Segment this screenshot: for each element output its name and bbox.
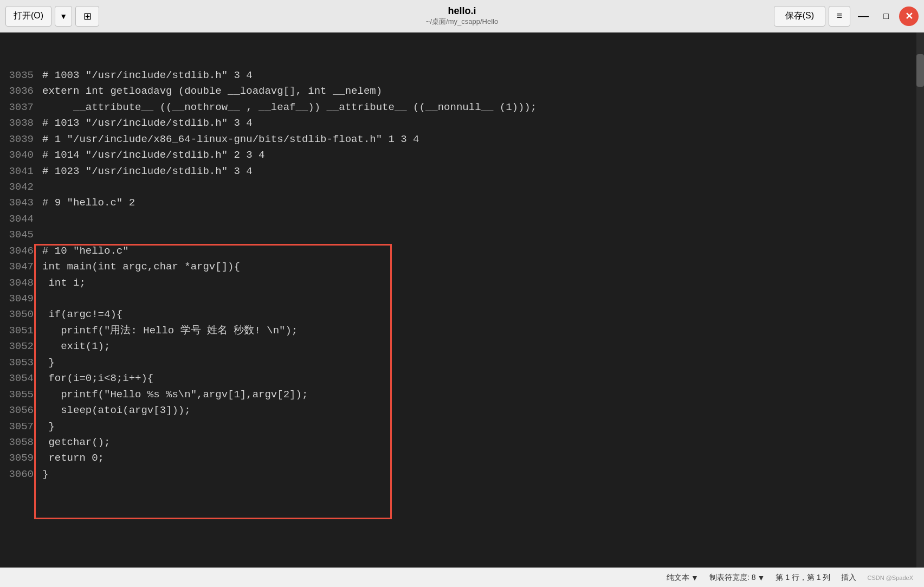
table-row: 3040# 1014 "/usr/include/stdlib.h" 2 3 4 xyxy=(0,147,924,163)
minimize-icon: — xyxy=(858,10,869,22)
line-number: 3056 xyxy=(5,403,34,418)
titlebar: 打开(O) ▼ ⊞ hello.i ~/桌面/my_csapp/Hello 保存… xyxy=(0,0,924,33)
position-indicator: 第 1 行，第 1 列 xyxy=(776,573,830,583)
table-row: 3060} xyxy=(0,467,924,482)
line-code: int i; xyxy=(42,275,86,291)
maximize-button[interactable]: □ xyxy=(876,6,896,27)
line-number: 3050 xyxy=(5,307,34,322)
line-number: 3041 xyxy=(5,164,34,179)
line-number: 3042 xyxy=(5,179,34,195)
open-button[interactable]: 打开(O) xyxy=(5,6,51,27)
line-number: 3039 xyxy=(5,132,34,147)
table-row: 3042 xyxy=(0,179,924,195)
tab-width-arrow: ▼ xyxy=(757,573,765,582)
line-code: # 1023 "/usr/include/stdlib.h" 3 4 xyxy=(42,164,253,179)
line-number: 3057 xyxy=(5,419,34,435)
line-number: 3045 xyxy=(5,227,34,243)
line-code: # 10 "hello.c" xyxy=(42,243,129,259)
table-row: 3052 exit(1); xyxy=(0,339,924,354)
table-row: 3038# 1013 "/usr/include/stdlib.h" 3 4 xyxy=(0,115,924,131)
table-row: 3055 printf("Hello %s %s\n",argv[1],argv… xyxy=(0,387,924,403)
line-number: 3053 xyxy=(5,355,34,371)
mode-indicator: 插入 xyxy=(841,573,856,583)
table-row: 3041# 1023 "/usr/include/stdlib.h" 3 4 xyxy=(0,164,924,179)
line-number: 3040 xyxy=(5,147,34,163)
table-row: 3059 return 0; xyxy=(0,450,924,466)
table-row: 3053 } xyxy=(0,355,924,371)
titlebar-left: 打开(O) ▼ ⊞ xyxy=(5,6,99,27)
table-row: 3048 int i; xyxy=(0,275,924,291)
line-code: printf("用法: Hello 学号 姓名 秒数! \n"); xyxy=(42,323,298,339)
table-row: 3039# 1 "/usr/include/x86_64-linux-gnu/b… xyxy=(0,132,924,147)
line-number: 3043 xyxy=(5,195,34,211)
line-number: 3051 xyxy=(5,323,34,339)
line-code: } xyxy=(42,467,48,482)
line-number: 3049 xyxy=(5,291,34,307)
line-number: 3048 xyxy=(5,275,34,291)
scrollbar[interactable] xyxy=(916,33,924,567)
editor-area[interactable]: 3035# 1003 "/usr/include/stdlib.h" 3 430… xyxy=(0,33,924,567)
line-number: 3054 xyxy=(5,371,34,386)
titlebar-right: 保存(S) ≡ — □ ✕ xyxy=(774,6,919,27)
line-number: 3036 xyxy=(5,83,34,99)
table-row: 3037 __attribute__ ((__nothrow__ , __lea… xyxy=(0,100,924,115)
open-arrow-button[interactable]: ▼ xyxy=(55,6,72,27)
table-row: 3044 xyxy=(0,211,924,227)
mode-label: 插入 xyxy=(841,573,856,583)
line-number: 3037 xyxy=(5,100,34,115)
close-button[interactable]: ✕ xyxy=(899,7,919,26)
table-row: 3058 getchar(); xyxy=(0,435,924,450)
arrow-icon: ▼ xyxy=(60,12,67,21)
line-code: printf("Hello %s %s\n",argv[1],argv[2]); xyxy=(42,387,308,403)
line-code: # 1014 "/usr/include/stdlib.h" 2 3 4 xyxy=(42,147,264,163)
line-code: getchar(); xyxy=(42,435,110,450)
table-row: 3045 xyxy=(0,227,924,243)
table-row: 3051 printf("用法: Hello 学号 姓名 秒数! \n"); xyxy=(0,323,924,339)
line-code: for(i=0;i<8;i++){ xyxy=(42,371,153,386)
watermark: CSDN @SpadeX xyxy=(867,575,913,581)
line-code: # 1 "/usr/include/x86_64-linux-gnu/bits/… xyxy=(42,132,419,147)
line-number: 3059 xyxy=(5,450,34,466)
line-code: } xyxy=(42,419,55,435)
titlebar-center: hello.i ~/桌面/my_csapp/Hello xyxy=(426,5,498,27)
plain-text-dropdown[interactable]: 纯文本 ▼ xyxy=(667,573,699,583)
table-row: 3049 xyxy=(0,291,924,307)
line-number: 3044 xyxy=(5,211,34,227)
close-icon: ✕ xyxy=(905,10,913,22)
table-row: 3056 sleep(atoi(argv[3])); xyxy=(0,403,924,418)
table-row: 3043# 9 "hello.c" 2 xyxy=(0,195,924,211)
line-number: 3046 xyxy=(5,243,34,259)
table-row: 3054 for(i=0;i<8;i++){ xyxy=(0,371,924,386)
line-number: 3058 xyxy=(5,435,34,450)
scrollbar-thumb[interactable] xyxy=(916,54,924,87)
table-row: 3057 } xyxy=(0,419,924,435)
pin-icon: ⊞ xyxy=(83,10,92,22)
line-code: } xyxy=(42,355,55,371)
pin-button[interactable]: ⊞ xyxy=(75,6,99,27)
position-label: 第 1 行，第 1 列 xyxy=(776,573,830,583)
line-code: if(argc!=4){ xyxy=(42,307,122,322)
line-code: exit(1); xyxy=(42,339,110,354)
maximize-icon: □ xyxy=(883,11,889,21)
open-label: 打开(O) xyxy=(14,10,43,22)
table-row: 3036extern int getloadavg (double __load… xyxy=(0,83,924,99)
save-button[interactable]: 保存(S) xyxy=(774,6,825,27)
plain-text-arrow: ▼ xyxy=(691,573,699,582)
menu-button[interactable]: ≡ xyxy=(829,6,850,27)
line-code: # 9 "hello.c" 2 xyxy=(42,195,135,211)
save-label: 保存(S) xyxy=(785,11,814,20)
line-number: 3035 xyxy=(5,68,34,83)
minimize-button[interactable]: — xyxy=(854,6,873,27)
line-code: extern int getloadavg (double __loadavg[… xyxy=(42,83,382,99)
line-number: 3047 xyxy=(5,259,34,275)
file-path: ~/桌面/my_csapp/Hello xyxy=(426,17,498,27)
code-content: 3035# 1003 "/usr/include/stdlib.h" 3 430… xyxy=(0,33,924,486)
line-number: 3055 xyxy=(5,387,34,403)
line-code: int main(int argc,char *argv[]){ xyxy=(42,259,240,275)
table-row: 3050 if(argc!=4){ xyxy=(0,307,924,322)
file-title: hello.i xyxy=(426,5,498,17)
plain-text-label: 纯文本 xyxy=(667,573,689,583)
line-code: sleep(atoi(argv[3])); xyxy=(42,403,191,418)
tab-width-dropdown[interactable]: 制表符宽度: 8 ▼ xyxy=(709,573,765,583)
line-code: return 0; xyxy=(42,450,104,466)
